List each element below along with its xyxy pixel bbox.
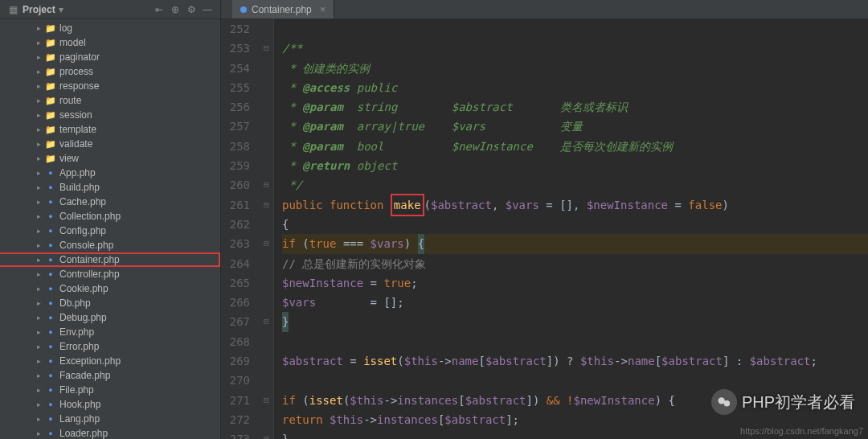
php-file-icon: ● — [45, 370, 56, 381]
tree-item-paginator[interactable]: ▸📁paginator — [0, 50, 220, 64]
chevron-right-icon[interactable]: ▸ — [37, 256, 45, 264]
code-line[interactable]: } — [282, 312, 868, 331]
collapse-icon[interactable]: ⇤ — [153, 3, 166, 16]
chevron-right-icon[interactable]: ▸ — [37, 270, 45, 278]
tab-container-php[interactable]: Container.php × — [232, 0, 334, 18]
fold-marker[interactable]: ⊟ — [260, 175, 273, 195]
tree-item-label: App.php — [59, 167, 96, 178]
fold-gutter[interactable]: ⊟⊟⊟⊟⊟⊟⊟ — [260, 19, 274, 439]
fold-marker[interactable]: ⊟ — [260, 312, 273, 331]
fold-marker[interactable]: ⊟ — [260, 234, 273, 253]
tree-item-file-php[interactable]: ▸●File.php — [0, 383, 220, 397]
fold-marker — [260, 351, 273, 371]
chevron-right-icon[interactable]: ▸ — [37, 415, 45, 423]
tree-item-controller-php[interactable]: ▸●Controller.php — [0, 267, 220, 281]
chevron-right-icon[interactable]: ▸ — [37, 198, 45, 206]
chevron-right-icon[interactable]: ▸ — [37, 285, 45, 293]
chevron-right-icon[interactable]: ▸ — [37, 39, 45, 47]
tree-item-view[interactable]: ▸📁view — [0, 151, 220, 166]
tree-item-session[interactable]: ▸📁session — [0, 108, 220, 122]
tree-item-container-php[interactable]: ▸●Container.php — [0, 252, 220, 267]
tree-item-console-php[interactable]: ▸●Console.php — [0, 238, 220, 252]
code-line[interactable]: * 创建类的实例 — [282, 59, 868, 78]
tree-item-config-php[interactable]: ▸●Config.php — [0, 224, 220, 238]
target-icon[interactable]: ⊕ — [169, 3, 182, 16]
chevron-right-icon[interactable]: ▸ — [37, 154, 45, 162]
project-tree[interactable]: ▸📁log▸📁model▸📁paginator▸📁process▸📁respon… — [0, 19, 221, 439]
code-line[interactable]: * @return object — [282, 156, 868, 175]
code-line[interactable]: public function make($abstract, $vars = … — [282, 195, 868, 215]
chevron-right-icon[interactable]: ▸ — [37, 343, 45, 351]
fold-marker[interactable]: ⊟ — [260, 391, 273, 410]
close-icon[interactable]: × — [320, 3, 326, 15]
chevron-right-icon[interactable]: ▸ — [37, 400, 45, 408]
minimize-icon[interactable]: — — [201, 3, 214, 16]
code-line[interactable]: if (true === $vars) { — [282, 234, 868, 253]
fold-marker[interactable]: ⊟ — [260, 39, 273, 58]
gear-icon[interactable]: ⚙ — [185, 3, 198, 16]
tree-item-log[interactable]: ▸📁log — [0, 21, 220, 35]
code-editor[interactable]: 2522532542552562572582592602612622632642… — [221, 19, 868, 439]
code-line[interactable]: $vars = []; — [282, 293, 868, 312]
chevron-right-icon[interactable]: ▸ — [37, 429, 45, 437]
chevron-right-icon[interactable]: ▸ — [37, 24, 45, 32]
chevron-right-icon[interactable]: ▸ — [37, 96, 45, 105]
code-line[interactable]: /** — [282, 39, 868, 58]
fold-marker — [260, 254, 273, 273]
tree-item-db-php[interactable]: ▸●Db.php — [0, 296, 220, 310]
tree-item-cookie-php[interactable]: ▸●Cookie.php — [0, 281, 220, 296]
tree-item-collection-php[interactable]: ▸●Collection.php — [0, 209, 220, 224]
chevron-right-icon[interactable]: ▸ — [37, 328, 45, 336]
chevron-right-icon[interactable]: ▸ — [37, 386, 45, 394]
tree-item-error-php[interactable]: ▸●Error.php — [0, 339, 220, 354]
code-line[interactable]: * @access public — [282, 78, 868, 97]
tree-item-route[interactable]: ▸📁route — [0, 93, 220, 108]
dropdown-icon[interactable]: ▾ — [59, 4, 63, 15]
chevron-right-icon[interactable]: ▸ — [37, 140, 45, 148]
fold-marker[interactable]: ⊟ — [260, 195, 273, 215]
chevron-right-icon[interactable]: ▸ — [37, 357, 45, 365]
tree-item-env-php[interactable]: ▸●Env.php — [0, 325, 220, 339]
fold-marker[interactable]: ⊟ — [260, 429, 273, 439]
tree-item-template[interactable]: ▸📁template — [0, 122, 220, 137]
code-line[interactable]: $newInstance = true; — [282, 273, 868, 293]
code-line[interactable]: $abstract = isset($this->name[$abstract]… — [282, 351, 868, 371]
code-line[interactable]: { — [282, 215, 868, 234]
code-line[interactable]: * @param array|true $vars 变量 — [282, 117, 868, 136]
chevron-right-icon[interactable]: ▸ — [37, 371, 45, 380]
code-line[interactable] — [282, 332, 868, 351]
code-line[interactable]: * @param bool $newInstance 是否每次创建新的实例 — [282, 137, 868, 156]
tree-item-lang-php[interactable]: ▸●Lang.php — [0, 412, 220, 426]
chevron-right-icon[interactable]: ▸ — [37, 299, 45, 307]
chevron-right-icon[interactable]: ▸ — [37, 227, 45, 235]
tree-item-debug-php[interactable]: ▸●Debug.php — [0, 310, 220, 325]
code-line[interactable] — [282, 371, 868, 390]
tree-item-validate[interactable]: ▸📁validate — [0, 137, 220, 151]
tree-item-facade-php[interactable]: ▸●Facade.php — [0, 368, 220, 383]
chevron-right-icon[interactable]: ▸ — [37, 183, 45, 191]
code-line[interactable]: if (isset($this->instances[$abstract]) &… — [282, 391, 868, 410]
chevron-right-icon[interactable]: ▸ — [37, 212, 45, 220]
chevron-right-icon[interactable]: ▸ — [37, 241, 45, 249]
tree-item-hook-php[interactable]: ▸●Hook.php — [0, 397, 220, 412]
code-line[interactable]: // 总是创建新的实例化对象 — [282, 254, 868, 273]
tree-item-build-php[interactable]: ▸●Build.php — [0, 180, 220, 195]
tree-item-cache-php[interactable]: ▸●Cache.php — [0, 195, 220, 209]
tree-item-loader-php[interactable]: ▸●Loader.php — [0, 426, 220, 439]
chevron-right-icon[interactable]: ▸ — [37, 111, 45, 119]
chevron-right-icon[interactable]: ▸ — [37, 53, 45, 61]
chevron-right-icon[interactable]: ▸ — [37, 68, 45, 76]
tree-item-process[interactable]: ▸📁process — [0, 64, 220, 79]
code-line[interactable]: * @param string $abstract 类名或者标识 — [282, 97, 868, 117]
tree-item-app-php[interactable]: ▸●App.php — [0, 166, 220, 180]
chevron-right-icon[interactable]: ▸ — [37, 82, 45, 90]
tree-item-exception-php[interactable]: ▸●Exception.php — [0, 354, 220, 368]
code-area[interactable]: /** * 创建类的实例 * @access public * @param s… — [274, 19, 868, 439]
tree-item-response[interactable]: ▸📁response — [0, 79, 220, 93]
code-line[interactable]: */ — [282, 175, 868, 195]
code-line[interactable] — [282, 19, 868, 39]
chevron-right-icon[interactable]: ▸ — [37, 169, 45, 177]
chevron-right-icon[interactable]: ▸ — [37, 314, 45, 322]
tree-item-model[interactable]: ▸📁model — [0, 35, 220, 50]
chevron-right-icon[interactable]: ▸ — [37, 125, 45, 133]
